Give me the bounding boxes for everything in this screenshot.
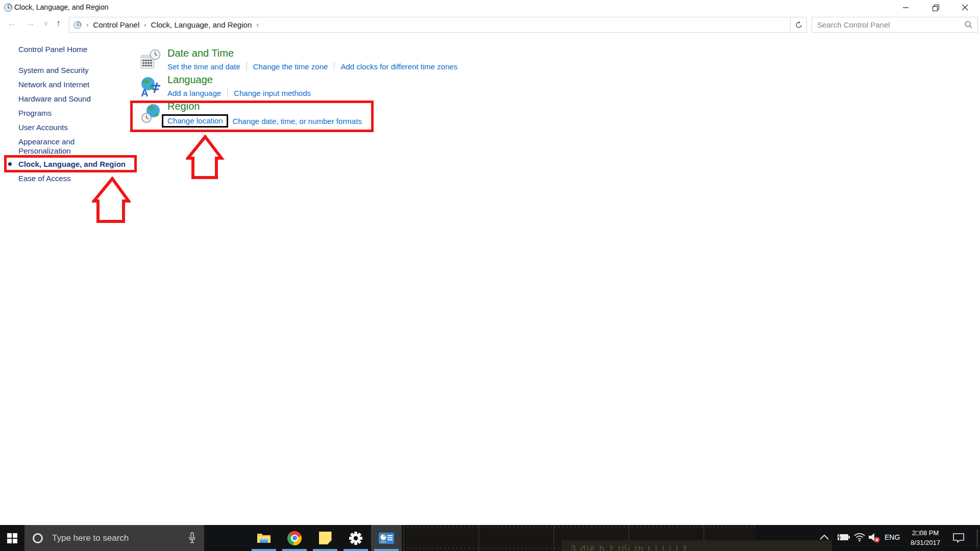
sidebar-item-appearance-personalization[interactable]: Appearance and Personalization: [18, 137, 103, 156]
app-clock-icon: [4, 3, 13, 12]
sidebar-item-hardware-sound[interactable]: Hardware and Sound: [18, 94, 115, 104]
annotation-arrow-region: [186, 135, 225, 180]
settings-gear-icon: [349, 531, 363, 545]
search-input[interactable]: [812, 20, 965, 29]
taskbar-control-panel-active[interactable]: [371, 525, 402, 551]
start-icon: [7, 533, 17, 543]
forward-icon[interactable]: →: [26, 18, 35, 29]
battery-icon[interactable]: [836, 533, 850, 541]
open-app-indicator: [313, 549, 337, 551]
section-title-region[interactable]: Region: [167, 101, 362, 112]
navigation-toolbar: ← → ∨ ↑ › Control Panel › Clock, Languag…: [0, 15, 980, 35]
wifi-icon[interactable]: [853, 533, 866, 542]
sidebar-item-control-panel-home[interactable]: Control Panel Home: [18, 45, 115, 54]
taskbar: Type here to search: [0, 525, 980, 551]
close-icon: [962, 5, 968, 11]
annotation-box-change-location: Change location: [162, 114, 228, 128]
open-app-indicator: [374, 549, 399, 551]
region-icon[interactable]: [141, 103, 163, 125]
sticky-notes-icon: [319, 532, 332, 544]
open-app-indicator: [282, 549, 307, 551]
annotation-arrow-sidebar: [92, 177, 131, 223]
taskbar-settings[interactable]: [340, 525, 371, 551]
tray-language[interactable]: ENG: [885, 533, 900, 541]
section-date-time: Date and Time Set the time and date Chan…: [167, 47, 457, 71]
section-title-date-time[interactable]: Date and Time: [167, 47, 457, 59]
sidebar-item-system-security[interactable]: System and Security: [18, 66, 115, 75]
language-icon[interactable]: A: [139, 76, 161, 98]
cortana-circle-icon: [33, 533, 43, 543]
action-center-icon[interactable]: [952, 533, 965, 543]
maximize-icon: [933, 5, 939, 11]
section-language: Language Add a language Change input met…: [167, 74, 311, 97]
breadcrumb-chevron-icon[interactable]: ›: [82, 21, 93, 29]
sidebar-item-network-internet[interactable]: Network and Internet: [18, 80, 115, 89]
tray-chevron-icon[interactable]: [819, 534, 830, 541]
breadcrumb-chevron-icon[interactable]: ›: [139, 21, 151, 29]
breadcrumb-control-panel[interactable]: Control Panel: [93, 20, 139, 29]
file-explorer-icon: [257, 532, 271, 544]
recent-pages-chevron-icon[interactable]: ∨: [43, 19, 48, 27]
date-time-icon[interactable]: [140, 49, 161, 70]
link-set-time-date[interactable]: Set the time and date: [167, 62, 240, 71]
sidebar-item-programs[interactable]: Programs: [18, 109, 115, 118]
sidebar-item-clock-language-region[interactable]: Clock, Language, and Region: [18, 160, 136, 169]
taskbar-file-explorer[interactable]: [249, 525, 279, 551]
maximize-button[interactable]: [921, 0, 950, 15]
show-desktop-divider[interactable]: [977, 529, 977, 547]
sidebar-item-user-accounts[interactable]: User Accounts: [18, 123, 115, 132]
tray-time: 2□08 PM: [906, 528, 945, 538]
refresh-button[interactable]: [790, 17, 807, 33]
link-change-date-time-formats[interactable]: Change date, time, or number formats: [232, 117, 361, 126]
link-separator: [247, 62, 247, 71]
video-caption-fragment: 3 điệ b ž tối th t ì l ì l ž: [561, 540, 832, 551]
link-change-location[interactable]: Change location: [167, 116, 223, 125]
minimize-icon: [903, 5, 909, 11]
refresh-icon: [795, 21, 803, 29]
up-icon[interactable]: ↑: [56, 18, 61, 29]
content-area: Control Panel Home System and Security N…: [0, 35, 980, 525]
link-add-language[interactable]: Add a language: [167, 89, 221, 97]
open-app-indicator: [252, 549, 276, 551]
taskbar-chrome[interactable]: [279, 525, 310, 551]
tray-date: 8/31/2017: [906, 538, 945, 547]
screen: Clock, Language, and Region ← → ∨ ↑: [0, 0, 980, 551]
microphone-icon[interactable]: [188, 532, 196, 544]
breadcrumb-chevron-icon[interactable]: ›: [252, 21, 263, 29]
breadcrumb-clock-icon: [74, 21, 82, 29]
control-panel-icon: [379, 533, 394, 544]
back-icon[interactable]: ←: [7, 18, 17, 29]
volume-muted-icon[interactable]: [868, 532, 881, 543]
window-title: Clock, Language, and Region: [14, 3, 108, 11]
link-separator: [334, 62, 334, 71]
link-change-input-methods[interactable]: Change input methods: [234, 89, 311, 97]
selected-bullet-icon: [8, 162, 12, 166]
address-bar[interactable]: › Control Panel › Clock, Language, and R…: [69, 17, 806, 33]
taskbar-search-placeholder: Type here to search: [52, 533, 129, 543]
section-region: Region Change location Change date, time…: [167, 101, 362, 128]
start-button[interactable]: [0, 525, 24, 551]
titlebar: Clock, Language, and Region: [0, 0, 980, 15]
svg-text:A: A: [141, 87, 148, 98]
control-panel-search[interactable]: [812, 17, 978, 33]
breadcrumb-current[interactable]: Clock, Language, and Region: [151, 20, 252, 29]
search-icon: [965, 21, 972, 29]
taskbar-search[interactable]: Type here to search: [24, 525, 204, 551]
section-title-language[interactable]: Language: [167, 74, 311, 86]
taskbar-sticky-notes[interactable]: [310, 525, 340, 551]
tray-clock[interactable]: 2□08 PM 8/31/2017: [906, 528, 945, 547]
minimize-button[interactable]: [891, 0, 921, 15]
chrome-icon: [287, 531, 302, 545]
link-add-clocks[interactable]: Add clocks for different time zones: [340, 62, 457, 71]
open-app-indicator: [344, 549, 368, 551]
link-change-time-zone[interactable]: Change the time zone: [253, 62, 328, 71]
close-button[interactable]: [950, 0, 980, 15]
link-separator: [227, 89, 228, 97]
